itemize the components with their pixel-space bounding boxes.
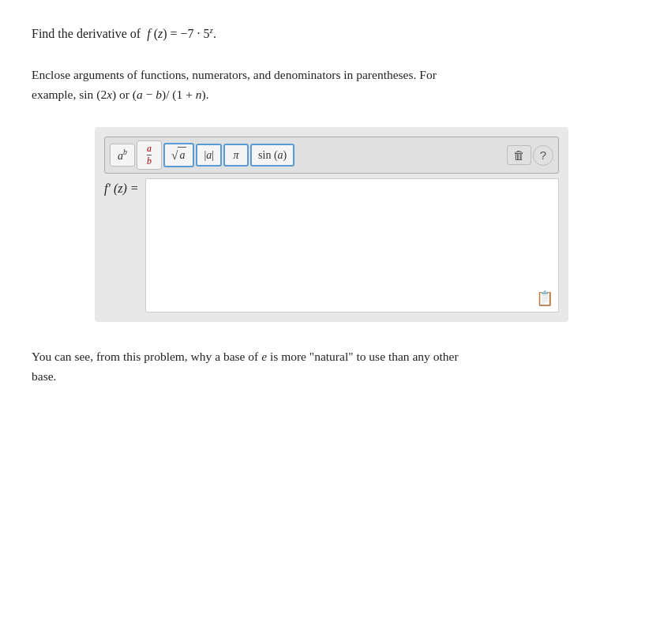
toolbar-btn-trash[interactable]: 🗑 [507, 145, 531, 165]
toolbar: ab a b √a |a| π sin (a) 🗑 [104, 137, 559, 174]
problem-title: Find the derivative of f (z) = −7 · 5z. [32, 24, 628, 43]
toolbar-btn-sqrt[interactable]: √a [163, 143, 194, 168]
help-icon: ? [540, 148, 546, 162]
instructions-line1: Enclose arguments of functions, numerato… [32, 68, 437, 81]
answer-field-wrapper: 📋 [145, 178, 559, 313]
footer-text: You can see, from this problem, why a ba… [32, 347, 628, 387]
toolbar-btn-help[interactable]: ? [533, 145, 553, 166]
answer-label: f′ (z) = [104, 182, 139, 196]
instructions-line2: example, sin (2x) or (a − b)/ (1 + n). [32, 88, 209, 101]
answer-input-area: f′ (z) = 📋 [104, 178, 559, 313]
footer-line1: You can see, from this problem, why a ba… [32, 350, 459, 363]
answer-box-container: ab a b √a |a| π sin (a) 🗑 [95, 127, 568, 322]
problem-text-prefix: Find the derivative of [32, 27, 141, 40]
toolbar-btn-fraction[interactable]: a b [137, 140, 162, 170]
copy-icon[interactable]: 📋 [536, 290, 553, 307]
toolbar-btn-abs[interactable]: |a| [196, 144, 222, 167]
trash-icon: 🗑 [513, 148, 525, 162]
instructions: Enclose arguments of functions, numerato… [32, 66, 628, 105]
toolbar-btn-pi[interactable]: π [223, 144, 249, 167]
footer-line2: base. [32, 369, 56, 383]
problem-math: f (z) = −7 · 5z. [144, 27, 216, 40]
toolbar-btn-ab[interactable]: ab [110, 144, 135, 167]
toolbar-btn-sin[interactable]: sin (a) [250, 144, 294, 167]
answer-input[interactable] [152, 185, 552, 302]
